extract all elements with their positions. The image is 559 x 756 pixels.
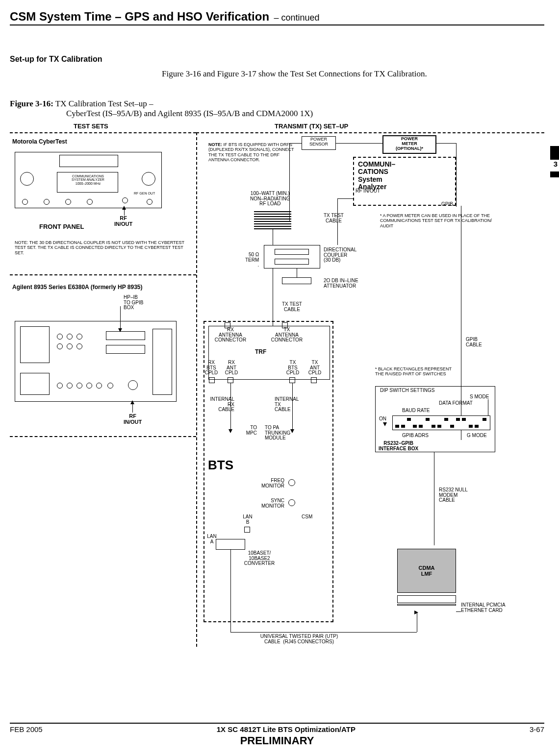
dc-inner2 [275,259,309,265]
figure-title: TX Calibration Test Set–up – [53,99,153,108]
freq-mon-port [288,479,295,486]
hpib-label: HP–IB TO GPIB BOX [124,295,143,311]
smode-lbl: S MODE [470,394,489,400]
sq4 [311,377,317,383]
dip13 [469,425,473,428]
analyzer-box: COMMUNI– CATIONS System Analyzer [353,157,456,206]
dip4 [413,425,417,428]
ag-side [152,329,172,395]
conv-up [417,612,417,632]
dash-bot-left [10,436,196,437]
dip-settings-lbl: DIP SWITCH SETTINGS [380,388,435,393]
baud-lbl: BAUD RATE [402,408,430,414]
dc-att-line [297,268,297,277]
ct-port-3 [65,199,71,205]
lmf-keyboard [397,595,456,603]
power-meter-box: POWER METER (OPTIONAL)* [382,135,436,154]
int-tx-lbl: INTERNAL TX CABLE [275,397,299,413]
dash-mid-left [10,274,196,275]
lan-b-port [244,527,250,533]
test-sets-header: TEST SETS [74,122,108,130]
ct-port-6 [147,199,152,205]
term50-lbl: 50 Ω TERM . [245,252,259,268]
hpib-arrow-head [118,328,122,332]
lmf-base [397,604,456,606]
ag-lp1 [57,383,63,389]
rf-inout2-lbl: RF IN/OUT [356,189,380,194]
ag-lp2 [67,383,73,389]
dip5 [419,425,423,428]
ag-p2 [67,334,73,340]
load-dc-line [273,229,273,245]
pcmcia-line [456,611,461,612]
dip12 [462,418,466,421]
ag-rf-arrow-head [130,400,134,404]
cybertest-panel: COMMUNICATIONS SYSTEM ANALYZER 1000–2000… [15,152,162,208]
csm-lbl: CSM [302,514,312,520]
ag-rf-arrow-line [132,403,133,413]
black-rect-note: * BLACK RECTANGLES REPRESENT THE RAISED … [375,366,454,377]
sq3 [289,377,295,383]
intrx-line [230,383,231,432]
trf-lbl: TRF [255,349,266,355]
gmode-lbl: G MODE [467,433,487,439]
side-tab-black [550,146,559,160]
tx-bts-cpld: TX BTS CPLD [284,360,301,376]
on-arrow [383,422,387,426]
lmf-laptop: CDMA LMF [397,549,456,608]
diagram-area: TEST SETS TRANSMIT (TX) SET–UP Motorola … [10,122,544,647]
lmf-screen: CDMA LMF [397,549,456,593]
ag-rf-inout-lbl: RF IN/OUT [124,414,142,425]
ag-screen [20,326,50,363]
section-setup: Set-up for TX Calibration [10,55,544,64]
rs232-box-lbl: RS232–GPIB INTERFACE BOX [379,441,418,451]
ps-line-r [336,143,382,144]
pcmcia-lbl: INTERNAL PCMCIA ETHERNET CARD [461,603,506,613]
footer-divider [10,723,544,724]
to-mpc-lbl: TO MPC [239,425,257,436]
ag-lp6 [107,383,113,389]
dir-coupler-lbl: DIRECTIONAL COUPLER (30 DB) [324,247,356,263]
conv-right [230,632,417,633]
ct-knob-2 [142,172,155,186]
sync-mon-port [288,499,295,506]
ag-rf-port [128,380,138,390]
sq1 [209,377,215,383]
dip2 [401,425,405,428]
header-divider [10,24,544,25]
front-panel-label: FRONT PANEL [39,223,84,230]
rx-conn-sq [225,322,230,328]
rx-arr [229,429,232,433]
agilent-panel [15,321,177,402]
tx-setup-header: TRANSMIT (TX) SET–UP [275,122,348,130]
ag-port2 [106,345,145,354]
ag-lp5 [96,383,102,389]
page-title: CSM System Time – GPS and HSO Verificati… [10,10,269,24]
int-rx-lbl: INTERNAL RX CABLE [205,397,234,413]
dip10 [450,425,454,428]
sq2 [228,377,233,383]
converter-lbl: 10BASET/ 10BASE2 CONVERTER [239,551,280,566]
dip14 [475,425,479,428]
dip8 [437,425,441,428]
footer-doc-title: 1X SC 4812T Lite BTS Optimization/ATP [43,725,530,733]
dip7 [432,425,435,428]
cybertest-title: Motorola CyberTest [12,139,67,145]
converter-box [216,539,245,550]
figure-caption: Figure 3-16: TX Calibration Test Set–up … [10,99,544,109]
footer: FEB 2005 1X SC 4812T Lite BTS Optimizati… [10,723,544,747]
txcable-down [273,268,273,326]
ps-line-l [289,143,302,144]
ct-knob-1 [20,172,34,186]
gpib-cable-lbl: GPIB CABLE [466,337,482,347]
dip11 [456,418,460,421]
ag-lp3 [76,383,82,389]
attenuator-box [282,277,311,284]
ag-p3 [76,334,82,340]
ct-rf-port [122,197,128,203]
rf-gen-out-lbl: RF GEN OUT [134,192,155,195]
power-sensor-box: POWER SENSOR [302,136,336,150]
rs232-line [434,452,434,545]
bts-lbl: BTS [208,459,233,472]
tx-conn-sq [282,322,288,328]
